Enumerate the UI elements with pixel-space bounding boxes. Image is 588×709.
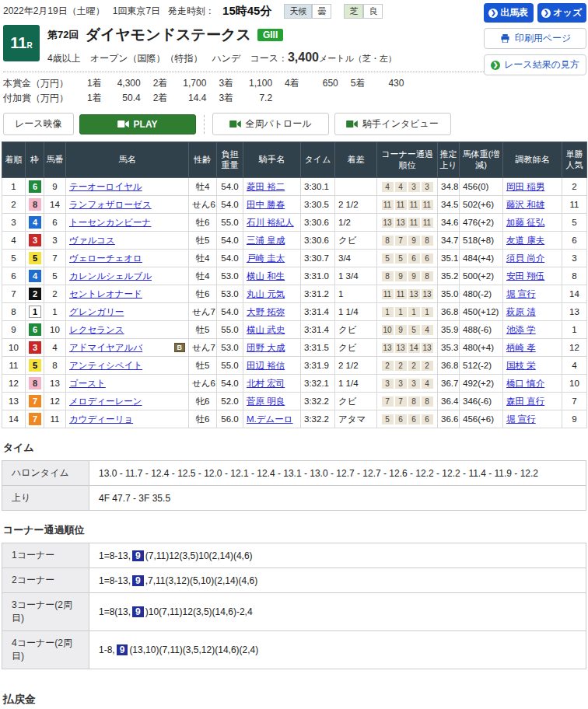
corner-position: 11 [408, 218, 420, 228]
print-button[interactable]: 印刷用ページ [484, 28, 586, 49]
sex-age: せん6 [189, 375, 217, 393]
corner-order-pre: 1=8-13, [99, 575, 131, 586]
horse-link[interactable]: カウディーリョ [69, 414, 133, 425]
trainer-link[interactable]: 藤沢 和雄 [506, 200, 544, 209]
horse-link[interactable]: レクセランス [69, 324, 124, 336]
entries-button-label: 出馬表 [500, 6, 528, 19]
jockey-link[interactable]: 団野 大成 [247, 343, 285, 352]
horse-name-wrap: ランフォザローゼス [69, 199, 185, 211]
trainer-link[interactable]: 須貝 尚介 [506, 253, 544, 263]
corner-positions: 13131413 [377, 339, 438, 357]
jockey-link[interactable]: 田中 勝春 [247, 200, 285, 209]
corner-position: 3 [422, 182, 433, 192]
carried-weight: 52.0 [217, 393, 243, 410]
corner-position: 14 [408, 343, 420, 353]
carried-weight: 53.0 [217, 339, 243, 357]
trainer-link[interactable]: 堀 宣行 [506, 414, 536, 424]
patrol-video-button[interactable]: 全周パトロール [212, 113, 329, 135]
horse-link[interactable]: ゴースト [69, 378, 106, 389]
prize-added-values: 1着50.42着14.43着7.2 [75, 92, 272, 105]
last-3f: 35.3 [438, 339, 460, 357]
corner-position: 7 [395, 236, 407, 246]
horse-weight: 512(-2) [460, 357, 503, 375]
trainer-cell: 柄崎 孝 [503, 339, 562, 357]
sex-age: 牡6 [189, 214, 217, 232]
horse-number: 14 [44, 196, 66, 214]
horse-link[interactable]: ヴァルコス [69, 235, 115, 246]
horse-number: 13 [44, 375, 66, 393]
corner-position: 5 [382, 414, 394, 424]
jockey-link[interactable]: 横山 武史 [247, 325, 285, 334]
corner-position: 6 [395, 414, 407, 424]
horse-link[interactable]: テーオーロイヤル [69, 181, 142, 193]
race-title: ダイヤモンドステークス [85, 25, 250, 45]
corner-position: 2 [422, 361, 433, 371]
result-row: 811グレンガリーせん754.0大野 拓弥3:31.41 1/4111136.8… [2, 303, 587, 321]
corner-position: 5 [395, 253, 407, 264]
jockey-link[interactable]: 菱田 裕二 [247, 182, 285, 191]
trainer-link[interactable]: 加藤 征弘 [506, 218, 544, 227]
trainer-link[interactable]: 柄崎 孝 [506, 343, 536, 352]
horse-name-cell: ゴースト [66, 375, 189, 393]
trainer-link[interactable]: 池添 学 [506, 325, 536, 334]
play-button[interactable]: PLAY [79, 114, 196, 134]
trainer-link[interactable]: 堀 宣行 [506, 289, 536, 299]
horse-link[interactable]: アドマイヤアルバ [69, 342, 142, 354]
trainer-link[interactable]: 安田 翔伍 [506, 271, 544, 281]
horse-link[interactable]: トーセンカンビーナ [69, 217, 151, 229]
trainer-link[interactable]: 萩原 清 [506, 307, 536, 316]
corner-position: 6 [422, 253, 433, 264]
horse-name-cell: ランフォザローゼス [66, 196, 189, 214]
result-guide-button[interactable]: ❯ レース結果の見方 [484, 54, 586, 75]
frame-cell: 8 [26, 375, 44, 393]
arrow-circle-icon: ❯ [541, 9, 551, 18]
last-3f: 34.6 [438, 214, 460, 232]
race-video-button[interactable]: レース映像 [3, 113, 74, 135]
horse-name-cell: アンティシペイト [66, 357, 189, 375]
horse-link[interactable]: ヴェローチェオロ [69, 253, 142, 264]
finish-time: 3:32.2 [301, 410, 335, 428]
jockey-link[interactable]: 丸山 元気 [247, 289, 285, 299]
frame-cell: 6 [26, 321, 44, 339]
corner-row-value: 1=8-13,9(7,11)12(3,5)10(2,14)(4,6) [89, 543, 586, 568]
horse-link[interactable]: カレンルシェルブル [69, 271, 152, 282]
last-3f: 35.2 [438, 267, 460, 285]
margin: 1 1/4 [335, 303, 377, 321]
trainer-link[interactable]: 国枝 栄 [506, 361, 536, 370]
corner-position: 5 [382, 253, 394, 264]
horse-link[interactable]: アンティシペイト [69, 360, 142, 372]
horse-link[interactable]: メロディーレーン [69, 396, 142, 407]
jockey-link[interactable]: 大野 拓弥 [247, 307, 285, 316]
sex-age: せん7 [189, 303, 217, 321]
corner-position: 11 [382, 200, 394, 210]
jockey-link[interactable]: 横山 和生 [247, 271, 285, 281]
horse-link[interactable]: セントレオナード [69, 288, 142, 300]
trainer-link[interactable]: 橋口 慎介 [506, 379, 544, 388]
odds-button[interactable]: ❯ オッズ [537, 3, 587, 23]
finish-position: 4 [2, 232, 26, 250]
trainer-link[interactable]: 岡田 稲男 [506, 182, 544, 191]
entries-button[interactable]: ❯ 出馬表 [484, 3, 534, 23]
jockey-link[interactable]: 石川 裕紀人 [247, 218, 294, 227]
jockey-link[interactable]: 田辺 裕信 [247, 361, 285, 370]
results-column-header: 騎手名 [243, 142, 301, 178]
results-table: 着順枠馬番馬名性齢負担重量騎手名タイム着差コーナー通過順位推定上り馬体重(増減)… [2, 141, 587, 428]
corner-table: 1コーナー1=8-13,9(7,11)12(3,5)10(2,14)(4,6)2… [2, 543, 586, 669]
jockey-link[interactable]: 戸崎 圭太 [247, 253, 285, 263]
jockey-link[interactable]: 菅原 明良 [247, 396, 285, 406]
payout-section: 払戻金 単勝9400円2番人気複勝9190円2番人気141,270円11番人気6… [2, 693, 586, 709]
jockey-link[interactable]: M.デムーロ [247, 414, 293, 424]
race-header-left: 2022年2月19日（土曜） 1回東京7日 発走時刻： 15時45分 天候 曇 … [2, 2, 484, 105]
jockey-interview-button[interactable]: 騎手インタビュー [334, 113, 451, 135]
corner-order-post: ,7,11(3,12)(5,10)(2,14)(4,6) [145, 575, 258, 586]
race-distance: 3,400 [288, 51, 319, 64]
trainer-link[interactable]: 森田 直行 [506, 396, 544, 406]
horse-link[interactable]: ランフォザローゼス [69, 199, 152, 211]
trainer-link[interactable]: 友道 康夫 [506, 236, 544, 245]
horse-link[interactable]: グレンガリー [69, 306, 124, 318]
jockey-link[interactable]: 三浦 皇成 [247, 236, 285, 245]
jockey-cell: 団野 大成 [243, 339, 301, 357]
jockey-link[interactable]: 北村 宏司 [247, 379, 285, 388]
horse-name-cell: セントレオナード [66, 285, 189, 303]
winner-number-highlight: 9 [132, 575, 144, 586]
